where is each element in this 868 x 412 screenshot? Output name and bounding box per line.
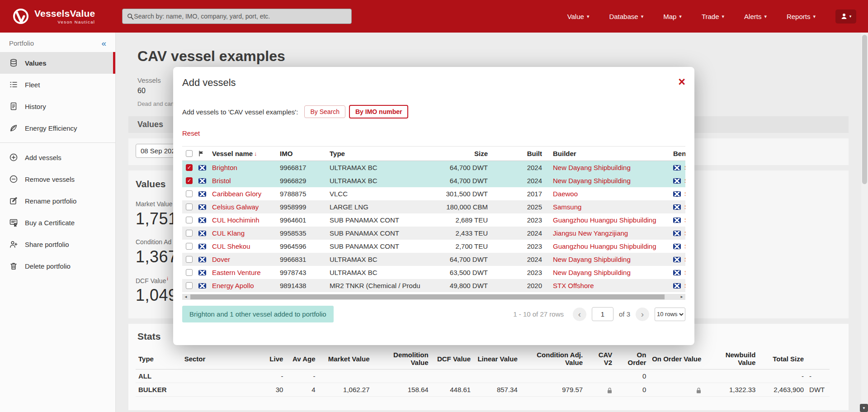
benchmark-link[interactable]: S — [684, 203, 685, 211]
column-header-size[interactable]: Size — [420, 147, 488, 161]
row-checkbox[interactable]: ✓ — [186, 204, 193, 210]
page-scrollbar-thumb[interactable] — [862, 35, 867, 184]
sidebar-item-add-vessels[interactable]: Add vessels — [0, 147, 115, 168]
sidebar-item-fleet[interactable]: Fleet — [0, 74, 115, 95]
builder-link[interactable]: New Dayang Shipbuilding — [553, 164, 631, 171]
vessel-row[interactable]: ✓ Energy Apollo 9891438 MR2 TNKR (Chemic… — [182, 279, 685, 292]
builder-link[interactable]: Guangzhou Huangpu Shipbuilding — [553, 242, 656, 250]
column-header-type[interactable]: Type — [330, 147, 420, 161]
row-checkbox[interactable]: ✓ — [186, 256, 193, 263]
nav-reports[interactable]: Reports ▾ — [787, 13, 816, 20]
builder-link[interactable]: Daewoo — [553, 190, 578, 198]
builder-link[interactable]: Guangzhou Huangpu Shipbuilding — [553, 216, 656, 224]
vessel-name-link[interactable]: Brighton — [212, 164, 237, 171]
vessel-row[interactable]: ✓ Dover 9966831 ULTRAMAX BC 64,700 DWT 2… — [182, 253, 685, 266]
vessel-type: ULTRAMAX BC — [330, 174, 420, 187]
benchmark-link[interactable]: S — [684, 229, 685, 237]
table-horizontal-scrollbar[interactable]: ◄ ► — [182, 294, 685, 300]
reset-link[interactable]: Reset — [182, 129, 200, 137]
vessel-row[interactable]: ✓ Brighton 9966817 ULTRAMAX BC 64,700 DW… — [182, 161, 685, 174]
sidebar-item-delete-portfolio[interactable]: Delete portfolio — [0, 255, 115, 277]
sidebar-item-energy-efficiency[interactable]: Energy Efficiency — [0, 117, 115, 139]
column-header-imo[interactable]: IMO — [280, 147, 330, 161]
vessel-row[interactable]: ✓ CUL Hochiminh 9964601 SUB PANAMAX CONT… — [182, 213, 685, 227]
benchmark-link[interactable]: S — [684, 164, 685, 171]
vessel-row[interactable]: ✓ CUL Shekou 9964596 SUB PANAMAX CONT 2,… — [182, 240, 685, 253]
page-number-input[interactable] — [592, 307, 613, 321]
vessel-name-link[interactable]: Eastern Venture — [212, 269, 261, 276]
benchmark-link[interactable]: S — [684, 216, 685, 224]
scroll-right-icon[interactable]: ► — [678, 294, 685, 300]
column-header-builder[interactable]: Builder — [542, 147, 673, 161]
builder-link[interactable]: New Dayang Shipbuilding — [553, 269, 631, 276]
vessel-row[interactable]: ✓ CUL Klang 9958535 SUB PANAMAX CONT 2,4… — [182, 227, 685, 240]
vessel-name-link[interactable]: CUL Klang — [212, 229, 245, 237]
nav-database[interactable]: Database ▾ — [609, 13, 643, 20]
builder-link[interactable]: New Dayang Shipbuilding — [553, 256, 631, 263]
page-scrollbar[interactable]: ▼ — [861, 33, 868, 412]
builder-link[interactable]: Samsung — [553, 203, 581, 211]
benchmark-link[interactable]: S — [684, 269, 685, 276]
benchmark-link[interactable]: S — [684, 177, 685, 185]
benchmark-link[interactable]: S — [684, 256, 685, 263]
vessel-row[interactable]: ✓ Celsius Galway 9958999 LARGE LNG 180,0… — [182, 200, 685, 213]
vessel-row[interactable]: ✓ Caribbean Glory 9788875 VLCC 301,500 D… — [182, 187, 685, 200]
vessel-name-link[interactable]: Bristol — [212, 177, 231, 185]
benchmark-link[interactable]: S — [684, 282, 685, 289]
builder-link[interactable]: New Dayang Shipbuilding — [553, 177, 631, 185]
row-checkbox[interactable]: ✓ — [186, 243, 193, 250]
nav-value[interactable]: Value ▾ — [567, 13, 590, 20]
row-checkbox[interactable]: ✓ — [186, 190, 193, 197]
row-checkbox[interactable]: ✓ — [186, 282, 193, 289]
row-checkbox[interactable]: ✓ — [186, 164, 193, 171]
collapse-sidebar-icon[interactable]: « — [101, 39, 106, 47]
row-checkbox[interactable]: ✓ — [186, 230, 193, 237]
benchmark-link[interactable]: S — [684, 190, 685, 198]
prev-page-button[interactable]: ‹ — [573, 308, 586, 321]
column-header-vessel-name[interactable]: Vessel name ↓ — [212, 147, 280, 161]
scroll-down-button[interactable]: ▼ — [860, 404, 868, 412]
nav-alerts[interactable]: Alerts ▾ — [744, 13, 767, 20]
vessel-name-link[interactable]: Energy Apollo — [212, 282, 254, 289]
nav-trade[interactable]: Trade ▾ — [702, 13, 724, 20]
select-all-checkbox[interactable]: ✓ — [186, 150, 193, 157]
vessel-row[interactable]: ✓ Bristol 9966829 ULTRAMAX BC 64,700 DWT… — [182, 174, 685, 187]
vessel-name-link[interactable]: CUL Hochiminh — [212, 216, 259, 224]
page-size-select[interactable]: 10 rows — [655, 308, 685, 321]
scrollbar-thumb[interactable] — [190, 294, 665, 299]
sidebar-item-share-portfolio[interactable]: Share portfolio — [0, 233, 115, 255]
row-checkbox[interactable]: ✓ — [186, 269, 193, 276]
column-header-built[interactable]: Built — [488, 147, 542, 161]
sidebar-item-rename-portfolio[interactable]: Rename portfolio — [0, 190, 115, 212]
global-search[interactable] — [122, 9, 352, 24]
by-imo-number-button[interactable]: By IMO number — [349, 105, 408, 118]
vessel-name-link[interactable]: Caribbean Glory — [212, 190, 261, 198]
user-menu-button[interactable]: ▾ — [835, 9, 856, 24]
builder-link[interactable]: Jiangsu New Yangzijiang — [553, 229, 628, 237]
vessel-name-link[interactable]: CUL Shekou — [212, 242, 250, 250]
row-checkbox[interactable]: ✓ — [186, 177, 193, 184]
scrollbar-track[interactable] — [189, 294, 678, 300]
column-header-benchmark[interactable]: Benc — [673, 147, 685, 161]
search-input[interactable] — [134, 13, 347, 20]
vessel-name-link[interactable]: Celsius Galway — [212, 203, 259, 211]
sidebar-item-buy-certificate[interactable]: Buy a Certificate — [0, 212, 115, 233]
vessel-row[interactable]: ✓ Eastern Venture 9978743 ULTRAMAX BC 63… — [182, 266, 685, 279]
nav-value-label: Value — [567, 13, 584, 20]
vessel-name-link[interactable]: Dover — [212, 256, 230, 263]
sidebar-item-values[interactable]: Values — [0, 52, 115, 74]
by-search-button[interactable]: By Search — [304, 105, 345, 118]
row-checkbox[interactable]: ✓ — [186, 217, 193, 223]
next-page-button[interactable]: › — [636, 308, 649, 321]
scroll-left-icon[interactable]: ◄ — [182, 294, 189, 300]
sidebar-item-history[interactable]: History — [0, 95, 115, 117]
benchmark-link[interactable]: S — [684, 242, 685, 250]
builder-link[interactable]: STX Offshore — [553, 282, 594, 289]
info-icon[interactable]: i — [167, 276, 168, 281]
vesselsvalue-logo[interactable]: VesselsValue Veson Nautical — [12, 7, 95, 25]
nav-map[interactable]: Map ▾ — [663, 13, 682, 20]
sidebar-item-remove-vessels[interactable]: Remove vessels — [0, 168, 115, 190]
lock-icon — [696, 388, 701, 393]
close-icon[interactable]: × — [678, 77, 685, 87]
vessel-imo: 9966829 — [280, 174, 330, 187]
